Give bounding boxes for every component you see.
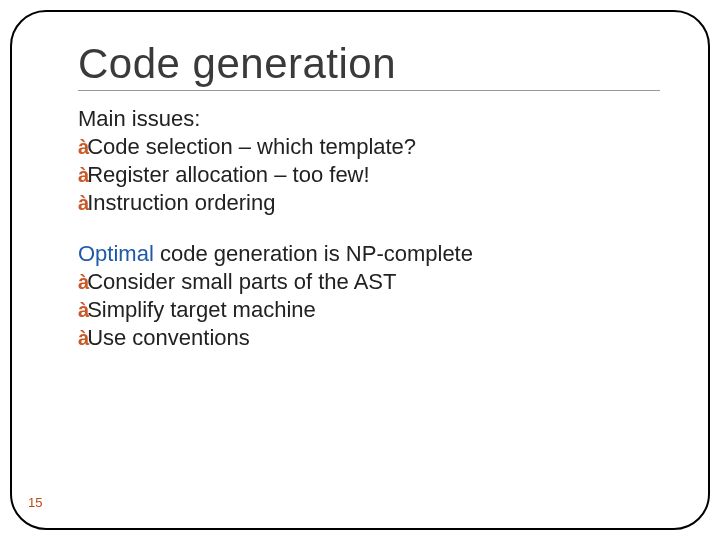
bullet-icon: à: [78, 135, 85, 161]
slide: Code generation Main issues: à Code sele…: [0, 0, 720, 540]
bullet-icon: à: [78, 270, 85, 296]
bullet-icon: à: [78, 163, 85, 189]
slide-title: Code generation: [78, 40, 660, 91]
highlight-word: Optimal: [78, 241, 154, 266]
bullet-item: à Instruction ordering: [78, 189, 660, 217]
bullet-item: à Use conventions: [78, 324, 660, 352]
bullet-text: Code selection – which template?: [87, 133, 416, 161]
bullet-icon: à: [78, 298, 85, 324]
bullet-text: Consider small parts of the AST: [87, 268, 396, 296]
section1-lead: Main issues:: [78, 105, 660, 133]
lead-rest: code generation is NP-complete: [154, 241, 473, 266]
bullet-text: Simplify target machine: [87, 296, 316, 324]
bullet-item: à Register allocation – too few!: [78, 161, 660, 189]
bullet-text: Instruction ordering: [87, 189, 275, 217]
bullet-text: Register allocation – too few!: [87, 161, 370, 189]
slide-content: Code generation Main issues: à Code sele…: [78, 40, 660, 352]
bullet-item: à Consider small parts of the AST: [78, 268, 660, 296]
bullet-text: Use conventions: [87, 324, 250, 352]
section2-lead: Optimal code generation is NP-complete: [78, 240, 660, 268]
bullet-item: à Simplify target machine: [78, 296, 660, 324]
page-number: 15: [28, 495, 42, 510]
bullet-item: à Code selection – which template?: [78, 133, 660, 161]
slide-body: Main issues: à Code selection – which te…: [78, 105, 660, 352]
bullet-icon: à: [78, 191, 85, 217]
bullet-icon: à: [78, 326, 85, 352]
